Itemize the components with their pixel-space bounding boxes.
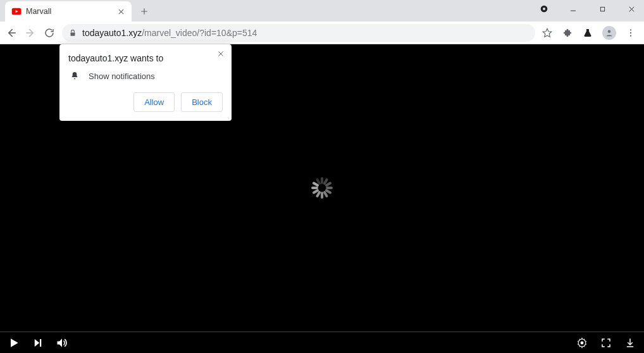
svg-point-6 bbox=[608, 30, 611, 33]
window-minimize-button[interactable] bbox=[564, 3, 582, 15]
profile-avatar-icon[interactable] bbox=[602, 26, 616, 40]
address-bar[interactable]: todayauto1.xyz/marvel_video/?id=10&p=514 bbox=[62, 24, 535, 42]
allow-button[interactable]: Allow bbox=[133, 92, 175, 112]
browser-toolbar: todayauto1.xyz/marvel_video/?id=10&p=514 bbox=[0, 22, 644, 44]
window-close-button[interactable] bbox=[622, 3, 640, 15]
popup-permission-row: Show notifications bbox=[68, 71, 223, 81]
svg-point-7 bbox=[630, 29, 631, 30]
url-rest: /marvel_video/?id=10&p=514 bbox=[142, 28, 257, 38]
window-controls bbox=[535, 3, 640, 15]
new-tab-button[interactable] bbox=[135, 3, 153, 20]
bell-icon bbox=[70, 71, 80, 81]
popup-close-icon[interactable] bbox=[215, 48, 226, 59]
svg-point-14 bbox=[581, 341, 584, 344]
loading-spinner-icon bbox=[308, 174, 336, 202]
volume-icon[interactable] bbox=[56, 337, 68, 349]
svg-rect-12 bbox=[40, 339, 41, 347]
url-domain: todayauto1.xyz bbox=[82, 28, 142, 38]
tab-title: Marvall bbox=[26, 7, 112, 16]
svg-rect-4 bbox=[600, 7, 604, 11]
play-icon[interactable] bbox=[8, 337, 20, 349]
url-text: todayauto1.xyz/marvel_video/?id=10&p=514 bbox=[82, 28, 257, 38]
popup-title: todayauto1.xyz wants to bbox=[68, 53, 223, 63]
svg-marker-10 bbox=[11, 338, 18, 347]
tab-favicon-youtube-icon bbox=[11, 6, 22, 16]
video-content-area[interactable]: todayauto1.xyz wants to Show notificatio… bbox=[0, 44, 644, 331]
svg-point-9 bbox=[630, 35, 631, 36]
toolbar-right-actions bbox=[542, 26, 639, 40]
fullscreen-icon[interactable] bbox=[600, 337, 612, 349]
site-lock-icon[interactable] bbox=[68, 28, 77, 37]
svg-point-3 bbox=[543, 8, 545, 10]
tab-close-icon[interactable] bbox=[116, 7, 125, 16]
lab-flask-icon[interactable] bbox=[582, 27, 593, 39]
next-track-icon[interactable] bbox=[32, 337, 44, 349]
nav-back-button[interactable] bbox=[5, 27, 18, 39]
nav-forward-button bbox=[24, 27, 37, 39]
incognito-or-shield-icon[interactable] bbox=[535, 3, 553, 15]
svg-marker-13 bbox=[58, 338, 63, 347]
video-control-bar bbox=[0, 331, 644, 353]
settings-gear-icon[interactable] bbox=[576, 337, 588, 349]
window-maximize-button[interactable] bbox=[593, 3, 611, 15]
svg-rect-5 bbox=[71, 32, 75, 35]
bookmark-star-icon[interactable] bbox=[542, 27, 553, 39]
extensions-icon[interactable] bbox=[562, 27, 573, 39]
nav-reload-button[interactable] bbox=[43, 27, 56, 39]
svg-point-8 bbox=[630, 32, 631, 33]
popup-permission-label: Show notifications bbox=[89, 71, 155, 81]
kebab-menu-icon[interactable] bbox=[625, 27, 636, 39]
notification-permission-popup: todayauto1.xyz wants to Show notificatio… bbox=[59, 44, 232, 121]
browser-titlebar: Marvall bbox=[0, 0, 644, 22]
block-button[interactable]: Block bbox=[181, 92, 223, 112]
download-icon[interactable] bbox=[624, 337, 636, 349]
svg-marker-11 bbox=[35, 339, 40, 347]
browser-tab[interactable]: Marvall bbox=[5, 1, 132, 22]
